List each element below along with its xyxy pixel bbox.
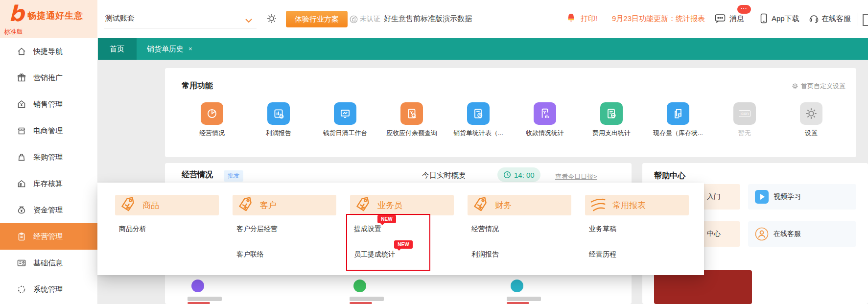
doc-stats-icon bbox=[539, 107, 551, 120]
quick-module-tile[interactable] bbox=[467, 102, 490, 125]
quick-module-label[interactable]: 设置 bbox=[777, 129, 845, 138]
quick-module-tile[interactable] bbox=[267, 102, 290, 125]
quick-module-label[interactable]: 收款情况统计 bbox=[511, 129, 579, 138]
feature-update-notice[interactable]: 9月23日功能更新：统计报表 bbox=[612, 14, 705, 23]
menu-category-salesperson[interactable]: 业务员 bbox=[350, 195, 454, 215]
help-center-title: 帮助中心 bbox=[654, 171, 685, 181]
sidebar-item-purchasing[interactable]: 采购管理 bbox=[0, 144, 97, 170]
cert-status-badge[interactable]: 未认证 bbox=[350, 15, 380, 23]
help-tile-label: 视频学习 bbox=[774, 192, 801, 201]
menu-category-customers[interactable]: 客户 bbox=[233, 195, 336, 215]
storefront-icon bbox=[17, 126, 26, 136]
menu-category-goods[interactable]: 商品 bbox=[115, 195, 219, 215]
close-icon[interactable]: × bbox=[188, 38, 192, 60]
partial-stat-circle bbox=[511, 280, 523, 292]
menu-item-customer-tiering[interactable]: 客户分层经营 bbox=[236, 225, 278, 234]
menu-category-label: 财务 bbox=[495, 200, 512, 211]
enterprise-icon bbox=[350, 15, 358, 23]
quick-module-label[interactable]: 钱货日清工作台 bbox=[311, 129, 379, 138]
sidebar-item-label: 经营管理 bbox=[33, 232, 63, 241]
realtime-summary-label: 今日实时概要 bbox=[422, 171, 466, 180]
tab-bar bbox=[97, 38, 868, 60]
quick-panel-card: 常用功能 首页自定义设置 bbox=[165, 68, 856, 157]
home-customize-button[interactable]: 首页自定义设置 bbox=[792, 82, 845, 91]
menu-item-goods-analysis[interactable]: 商品分析 bbox=[119, 225, 146, 234]
messages-link[interactable]: 消息 bbox=[729, 14, 744, 23]
menu-category-finance[interactable]: 财务 bbox=[468, 195, 571, 215]
system-icon bbox=[17, 284, 26, 294]
quick-module-tile-settings[interactable] bbox=[800, 102, 822, 125]
sidebar-item-operations[interactable]: 经营管理 bbox=[0, 223, 97, 250]
phone-icon[interactable] bbox=[760, 13, 768, 25]
sidebar-item-inventory[interactable]: 库存核算 bbox=[0, 170, 97, 197]
cert-status-label: 未认证 bbox=[360, 15, 380, 23]
sidebar-item-label: 营销推广 bbox=[33, 73, 63, 83]
message-bubble-icon[interactable] bbox=[715, 14, 726, 25]
notification-bell-icon[interactable] bbox=[566, 13, 576, 26]
quick-module-tile[interactable] bbox=[600, 102, 623, 125]
quick-module-label[interactable]: 销货单统计表（... bbox=[444, 129, 513, 138]
tab-sales-history[interactable]: 销货单历史 × bbox=[147, 38, 192, 60]
online-service-link[interactable]: 在线客服 bbox=[821, 14, 851, 23]
quick-module-tile[interactable] bbox=[667, 102, 689, 125]
clock-icon bbox=[503, 171, 511, 179]
trial-industry-button[interactable]: 体验行业方案 bbox=[286, 11, 348, 27]
quick-module-label[interactable]: 经营情况 bbox=[178, 129, 246, 138]
quick-module-label[interactable]: 利润报告 bbox=[244, 129, 313, 138]
menu-item-profit-report[interactable]: 利润报告 bbox=[471, 250, 499, 259]
promo-banner[interactable] bbox=[654, 270, 752, 304]
tag-icon bbox=[117, 194, 139, 215]
settings-gear-icon[interactable] bbox=[266, 13, 277, 26]
sale-tag-icon bbox=[17, 99, 26, 109]
help-tile-label: 入门 bbox=[707, 192, 721, 201]
help-tile-online-service[interactable]: 在线客服 bbox=[748, 221, 856, 247]
menu-item-customer-contact[interactable]: 客户联络 bbox=[236, 250, 264, 259]
logo-block[interactable]: b 畅捷通好生意 标准版 bbox=[0, 0, 97, 38]
monitor-icon bbox=[339, 107, 352, 120]
help-tile-video-learning[interactable]: 视频学习 bbox=[748, 184, 856, 210]
tab-home[interactable]: 首页 bbox=[97, 38, 137, 60]
sidebar-item-label: 资金管理 bbox=[33, 206, 63, 215]
tag-icon bbox=[235, 194, 256, 215]
topbar-divider bbox=[858, 13, 858, 25]
quick-module-tile[interactable] bbox=[400, 102, 423, 125]
menu-category-reports[interactable]: 常用报表 bbox=[585, 195, 689, 215]
menu-item-business-history[interactable]: 经营历程 bbox=[589, 250, 616, 259]
account-select[interactable]: 测试账套 bbox=[105, 14, 135, 23]
time-pill: 14: 00 bbox=[497, 167, 540, 182]
id-card-icon bbox=[17, 258, 26, 268]
quick-module-tile[interactable] bbox=[334, 102, 356, 125]
quick-module-label[interactable]: 应收应付余额查询 bbox=[377, 129, 446, 138]
app-screen: b 畅捷通好生意 标准版 测试账套 体验行业方案 未认证 好生意售前标准版演示数… bbox=[0, 0, 868, 304]
menu-item-business-draft[interactable]: 业务草稿 bbox=[589, 225, 616, 234]
truncated-value-placeholder bbox=[507, 302, 529, 304]
menu-item-business-status[interactable]: 经营情况 bbox=[471, 225, 499, 234]
print-alert[interactable]: 打印! bbox=[581, 14, 597, 23]
help-tile-label: 中心 bbox=[707, 230, 721, 238]
quick-module-tile[interactable] bbox=[201, 102, 223, 125]
sidebar-item-quick-nav[interactable]: 快捷导航 bbox=[0, 38, 97, 65]
bar-chart-icon bbox=[272, 107, 285, 120]
help-tile-label: 在线客服 bbox=[774, 230, 801, 238]
sidebar-item-marketing[interactable]: 营销推广 bbox=[0, 65, 97, 91]
quick-module-tile[interactable] bbox=[534, 102, 556, 125]
clipboard-icon bbox=[17, 232, 26, 241]
quick-module-label[interactable]: 现存量（库存状... bbox=[644, 129, 712, 138]
truncated-text-placeholder bbox=[350, 297, 384, 301]
video-icon bbox=[755, 190, 769, 204]
sidebar-item-sales[interactable]: 销售管理 bbox=[0, 91, 97, 117]
quick-module-label[interactable]: 费用支出统计 bbox=[577, 129, 646, 138]
sidebar-item-basic-info[interactable]: 基础信息 bbox=[0, 250, 97, 276]
sidebar-item-label: 电商管理 bbox=[33, 126, 63, 136]
daily-report-link[interactable]: 查看今日日报> bbox=[555, 172, 597, 181]
sidebar-item-funds[interactable]: 资金管理 bbox=[0, 197, 97, 223]
sidebar-item-label: 销售管理 bbox=[33, 100, 63, 109]
new-badge: NEW bbox=[377, 215, 396, 223]
chevron-down-icon[interactable] bbox=[245, 16, 253, 25]
demo-data-label: 好生意售前标准版演示数据 bbox=[384, 14, 472, 23]
headset-icon[interactable] bbox=[809, 13, 819, 25]
pie-chart-icon bbox=[206, 107, 218, 120]
sidebar-item-system[interactable]: 系统管理 bbox=[0, 276, 97, 303]
app-download-link[interactable]: App下载 bbox=[772, 14, 799, 23]
sidebar-item-ecommerce[interactable]: 电商管理 bbox=[0, 117, 97, 144]
